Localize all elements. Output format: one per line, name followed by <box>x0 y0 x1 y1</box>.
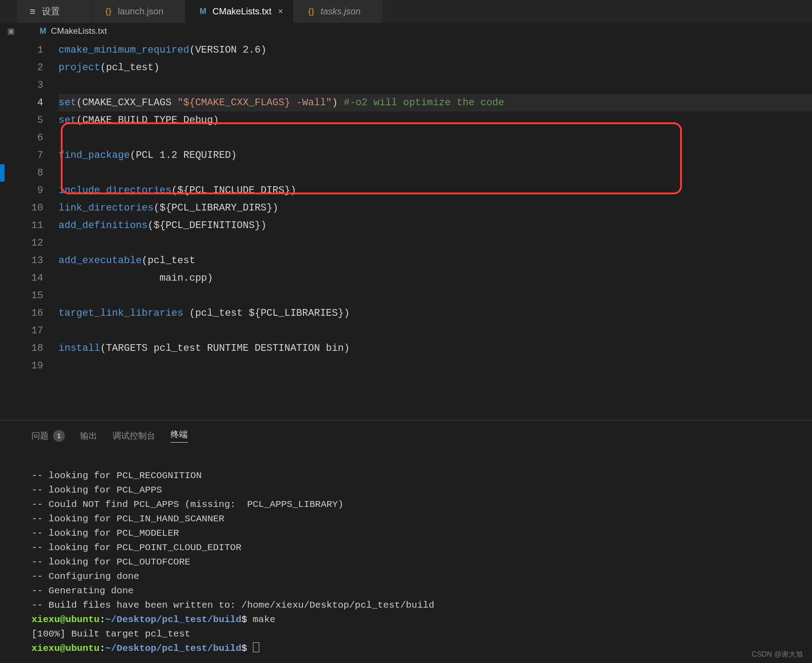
json-icon: {} <box>104 7 113 16</box>
close-icon[interactable]: × <box>276 7 285 16</box>
panel-tab-problems[interactable]: 问题 1 <box>32 430 65 442</box>
code-area[interactable]: cmake_minimum_required(VERSION 2.6) proj… <box>59 39 812 420</box>
breadcrumb: ▣ M CMakeLists.txt <box>0 23 812 39</box>
terminal-output[interactable]: -- looking for PCL_RECOGNITION -- lookin… <box>0 446 812 663</box>
bottom-panel: 问题 1 输出 调试控制台 终端 -- looking for PCL_RECO… <box>0 420 812 663</box>
editor[interactable]: 1 2 3 4 5 6 7 8 9 10 11 12 13 14 15 16 1… <box>0 39 812 420</box>
tab-label: tasks.json <box>320 6 361 17</box>
cmake-icon: M <box>198 7 208 16</box>
problems-count-badge: 1 <box>53 430 65 442</box>
tab-settings[interactable]: ≡ 设置 <box>17 0 91 23</box>
panel-tab-output[interactable]: 输出 <box>80 430 97 442</box>
panel-tab-terminal[interactable]: 终端 <box>171 429 188 443</box>
cmake-icon: M <box>40 27 46 36</box>
watermark: CSDN @谢大旭 <box>752 650 803 659</box>
line-gutter: 1 2 3 4 5 6 7 8 9 10 11 12 13 14 15 16 1… <box>14 39 59 420</box>
json-icon: {} <box>306 7 316 16</box>
tab-label: CMakeLists.txt <box>212 6 271 17</box>
tab-bar: ≡ 设置 {} launch.json M CMakeLists.txt × {… <box>0 0 812 23</box>
tab-tasks-json[interactable]: {} tasks.json <box>293 0 383 23</box>
terminal-cursor <box>253 642 259 652</box>
panel-tabs: 问题 1 输出 调试控制台 终端 <box>0 421 812 446</box>
tab-launch-json[interactable]: {} launch.json <box>91 0 185 23</box>
layout-icon[interactable]: ▣ <box>5 26 17 36</box>
tab-cmakelists[interactable]: M CMakeLists.txt × <box>185 0 293 23</box>
tab-label: launch.json <box>118 6 163 17</box>
tab-label: 设置 <box>42 5 60 18</box>
settings-icon: ≡ <box>30 6 36 18</box>
panel-tab-debug-console[interactable]: 调试控制台 <box>113 430 155 442</box>
breadcrumb-file[interactable]: CMakeLists.txt <box>51 26 107 36</box>
